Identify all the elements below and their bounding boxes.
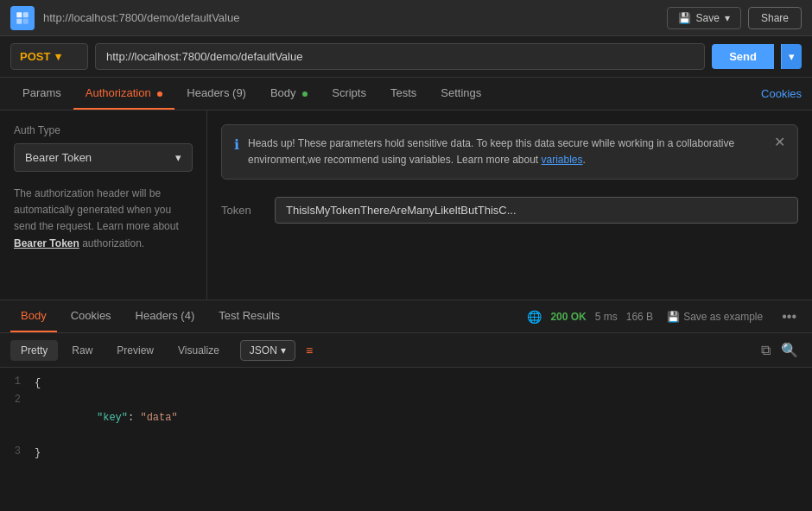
line-number-2: 2 bbox=[0, 394, 35, 406]
left-panel: Auth Type Bearer Token ▾ The authorizati… bbox=[0, 110, 207, 300]
format-tab-raw[interactable]: Raw bbox=[61, 340, 103, 361]
response-tab-headers[interactable]: Headers (4) bbox=[125, 300, 206, 332]
alert-text: Heads up! These parameters hold sensitiv… bbox=[248, 136, 765, 168]
svg-rect-2 bbox=[16, 18, 22, 23]
tabs-bar: Params Authorization Headers (9) Body Sc… bbox=[0, 78, 812, 110]
auth-type-select[interactable]: Bearer Token ▾ bbox=[14, 143, 193, 172]
auth-description: The authorization header will be automat… bbox=[14, 186, 193, 252]
body-dot bbox=[302, 91, 308, 97]
tab-authorization[interactable]: Authorization bbox=[73, 78, 175, 110]
topbar-url: http://localhost:7800/demo/defaultValue bbox=[43, 11, 667, 24]
format-tab-preview[interactable]: Preview bbox=[106, 340, 164, 361]
token-row: Token bbox=[221, 197, 798, 224]
json-key: "key" bbox=[85, 412, 128, 424]
save-icon: 💾 bbox=[678, 12, 691, 24]
save-dropdown-icon: ▾ bbox=[725, 12, 730, 24]
tab-settings[interactable]: Settings bbox=[428, 78, 493, 110]
line-number-1: 1 bbox=[0, 375, 35, 388]
svg-rect-1 bbox=[23, 12, 29, 17]
more-options-button[interactable]: ••• bbox=[777, 306, 802, 328]
status-size: 166 B bbox=[626, 311, 653, 323]
right-panel: ℹ Heads up! These parameters hold sensit… bbox=[207, 110, 812, 300]
code-content-2: "key": "data" bbox=[35, 394, 178, 444]
code-line-3: 3 } bbox=[0, 445, 812, 463]
variables-link[interactable]: variables bbox=[542, 154, 583, 166]
tab-body[interactable]: Body bbox=[258, 78, 320, 110]
globe-icon: 🌐 bbox=[527, 310, 542, 324]
main-content: Auth Type Bearer Token ▾ The authorizati… bbox=[0, 110, 812, 300]
copy-button[interactable]: ⧉ bbox=[758, 339, 774, 362]
share-button[interactable]: Share bbox=[748, 7, 802, 29]
authorization-dot bbox=[157, 91, 162, 97]
cookies-link[interactable]: Cookies bbox=[761, 79, 802, 109]
status-time: 5 ms bbox=[595, 311, 618, 323]
save-as-example-button[interactable]: 💾 Save as example bbox=[662, 307, 768, 326]
request-bar: POST ▾ Send ▾ bbox=[0, 36, 812, 78]
response-tab-cookies[interactable]: Cookies bbox=[60, 300, 122, 332]
token-input[interactable] bbox=[275, 197, 798, 224]
auth-type-chevron: ▾ bbox=[175, 151, 181, 164]
auth-type-value: Bearer Token bbox=[25, 151, 92, 164]
auth-type-label: Auth Type bbox=[14, 124, 193, 136]
response-status: 🌐 200 OK 5 ms 166 B 💾 Save as example ••… bbox=[527, 306, 802, 328]
response-tab-test-results[interactable]: Test Results bbox=[208, 300, 290, 332]
code-content-1: { bbox=[35, 375, 41, 392]
method-chevron: ▾ bbox=[55, 50, 61, 63]
format-tab-visualize[interactable]: Visualize bbox=[168, 340, 230, 361]
status-ok: 200 OK bbox=[550, 311, 586, 323]
alert-box: ℹ Heads up! These parameters hold sensit… bbox=[221, 124, 798, 180]
tab-scripts[interactable]: Scripts bbox=[320, 78, 378, 110]
alert-close-button[interactable]: ✕ bbox=[774, 136, 785, 149]
app-icon bbox=[10, 6, 35, 30]
format-tab-pretty[interactable]: Pretty bbox=[10, 340, 58, 361]
token-label: Token bbox=[221, 204, 264, 217]
json-chevron: ▾ bbox=[281, 344, 286, 356]
code-content-3: } bbox=[35, 445, 41, 462]
method-dropdown[interactable]: POST ▾ bbox=[10, 43, 88, 70]
response-tabs-bar: Body Cookies Headers (4) Test Results 🌐 … bbox=[0, 300, 812, 333]
code-line-2: 2 "key": "data" bbox=[0, 393, 812, 445]
top-actions: 💾 Save ▾ Share bbox=[667, 7, 802, 29]
tab-tests[interactable]: Tests bbox=[378, 78, 428, 110]
bottom-section: Body Cookies Headers (4) Test Results 🌐 … bbox=[0, 300, 812, 470]
code-line-1: 1 { bbox=[0, 375, 812, 393]
tab-params[interactable]: Params bbox=[10, 78, 73, 110]
json-value: "data" bbox=[140, 412, 177, 424]
bearer-token-link[interactable]: Bearer Token bbox=[14, 237, 79, 249]
filter-icon[interactable]: ≡ bbox=[306, 344, 313, 357]
url-input[interactable] bbox=[95, 43, 705, 70]
save-example-icon: 💾 bbox=[667, 311, 680, 323]
send-button[interactable]: Send bbox=[712, 44, 774, 69]
method-label: POST bbox=[20, 50, 50, 63]
format-tabs-bar: Pretty Raw Preview Visualize JSON ▾ ≡ ⧉ … bbox=[0, 333, 812, 368]
top-bar: http://localhost:7800/demo/defaultValue … bbox=[0, 0, 812, 36]
svg-rect-3 bbox=[23, 18, 29, 23]
info-icon: ℹ bbox=[234, 136, 239, 153]
save-button[interactable]: 💾 Save ▾ bbox=[667, 7, 741, 29]
line-number-3: 3 bbox=[0, 445, 35, 457]
tab-headers[interactable]: Headers (9) bbox=[174, 78, 258, 110]
send-dropdown-button[interactable]: ▾ bbox=[781, 44, 802, 69]
json-format-select[interactable]: JSON ▾ bbox=[240, 340, 295, 361]
svg-rect-0 bbox=[16, 12, 22, 17]
code-area: 1 { 2 "key": "data" 3 } bbox=[0, 368, 812, 470]
search-button[interactable]: 🔍 bbox=[777, 338, 802, 362]
response-tab-body[interactable]: Body bbox=[10, 300, 57, 332]
